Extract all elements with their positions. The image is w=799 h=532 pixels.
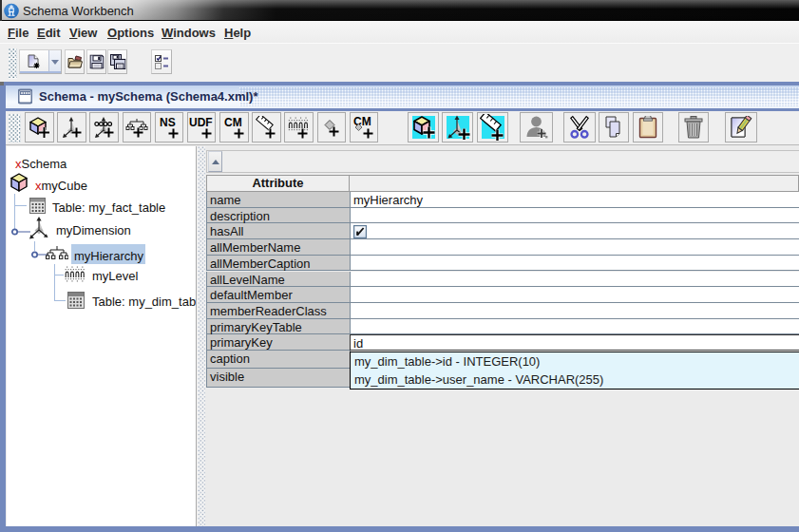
svg-text:CM: CM: [224, 116, 242, 129]
svg-text:UDF: UDF: [189, 116, 213, 129]
svg-text:NS: NS: [160, 116, 176, 129]
